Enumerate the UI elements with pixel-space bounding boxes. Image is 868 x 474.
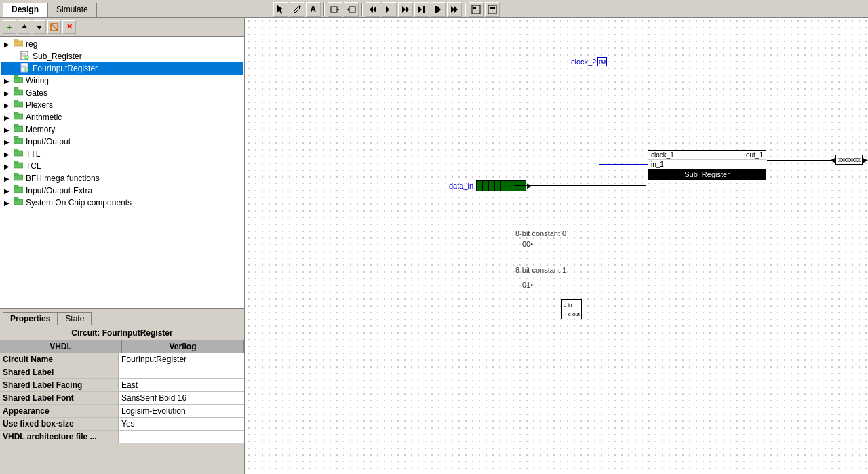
svg-rect-36 [25,68,28,71]
layout-btn1[interactable] [469,2,484,17]
step-forward-btn[interactable] [382,2,397,17]
add-component-btn[interactable]: + [3,20,16,34]
props-key-label-font: Shared Label Font [0,392,119,404]
folder-icon-io [14,136,24,147]
edit-tool-btn[interactable] [290,2,304,17]
small-component-box[interactable]: c in c out [561,299,582,319]
data-out-group[interactable]: ◀ xxxxxxxx ▶ data_out [830,155,868,165]
props-row-vhdl-arch: VHDL architecture file ... [0,431,244,443]
tree-item-memory[interactable]: ▶ Memory [1,123,243,136]
clock2-element[interactable]: clock_2 [571,57,607,66]
sub-reg-title: Sub_Register [648,169,766,180]
tree-item-gates[interactable]: ▶ Gates [1,87,243,99]
step-back-btn[interactable] [366,2,380,17]
tab-design[interactable]: Design [3,3,47,17]
input-tool-btn[interactable] [328,2,342,17]
props-row-circuit-name: Circuit Name FourInputRegister [0,353,244,366]
clock-symbol-icon [599,58,606,65]
nav-btn3[interactable] [414,2,429,17]
tree-label-memory: Memory [26,125,55,134]
move-up-btn[interactable] [18,20,31,34]
svg-rect-1 [331,7,337,12]
tree-arrow-gates: ▶ [4,90,14,97]
sub-register-block[interactable]: clock_1 out_1 in_1 Sub_Register [648,150,766,180]
nav-btn5[interactable] [447,2,462,17]
sub-reg-clock-label: clock_1 [651,151,674,159]
constant1-group: 8-bit constant 1 01• [515,266,566,289]
text-icon: A [310,4,316,14]
svg-rect-38 [14,75,18,78]
props-value-label-facing[interactable]: East [119,379,244,391]
bottom-tabs: Properties State [0,309,244,325]
folder-icon-soc [14,197,24,208]
folder-icon-plexers [14,100,24,111]
tree-item-arithmetic[interactable]: ▶ Arithmetic [1,111,243,123]
move-down-btn[interactable] [33,20,46,34]
pointer-icon [276,5,285,14]
tree-label-gates: Gates [26,88,47,98]
sub-reg-out-label: out_1 [746,151,763,159]
tree-item-wiring[interactable]: ▶ Wiring [1,75,243,87]
step-forward-icon [384,5,394,14]
small-comp-cout: c out [568,311,581,317]
tree-view[interactable]: ▶ reg [0,37,244,308]
tree-item-reg[interactable]: ▶ reg [1,38,243,50]
folder-icon-tcl [14,161,24,172]
tree-item-soc[interactable]: ▶ System On Chip components [1,197,243,209]
props-value-circuit-name[interactable]: FourInputRegister [119,353,244,366]
nav-btn4[interactable] [431,2,446,17]
svg-rect-40 [14,87,18,90]
tree-label-four-reg: FourInputRegister [33,64,98,73]
tree-label-tcl: TCL [26,161,41,171]
tree-item-bfh[interactable]: ▶ BFH mega functions [1,172,243,184]
text-tool-btn[interactable]: A [306,2,321,17]
layout-btn2[interactable] [485,2,500,17]
tree-item-ttl[interactable]: ▶ TTL [1,148,243,160]
tree-label-bfh: BFH mega functions [26,174,100,183]
svg-rect-52 [14,161,18,163]
content-area: + [0,18,868,474]
constant0-group: 8-bit constant 0 00• [515,229,566,248]
edit-component-btn[interactable] [47,20,61,34]
step-btn2[interactable] [398,2,413,17]
tree-label-ttl: TTL [26,149,40,159]
tree-item-sub-register[interactable]: Sub_Register [1,50,243,62]
pointer-tool-btn[interactable] [273,2,288,17]
svg-marker-11 [406,6,409,13]
props-key-label-facing: Shared Label Facing [0,379,119,391]
data-out-arrow-right: ▶ [863,157,868,163]
wire-clock2-vertical [599,66,599,165]
folder-icon-ttl [14,149,24,159]
props-value-vhdl-arch[interactable] [119,431,244,443]
bottom-panel: Properties State Circuit: FourInputRegis… [0,308,244,474]
tree-item-tcl[interactable]: ▶ TCL [1,160,243,172]
reg-cell-0 [477,181,483,191]
reg-cell-4 [501,181,507,191]
props-row-appearance: Appearance Logisim-Evolution [0,405,244,418]
svg-rect-58 [14,197,18,200]
canvas-area[interactable]: clock_2 data_in [245,18,868,474]
tab-state[interactable]: State [58,312,92,325]
props-value-appearance[interactable]: Logisim-Evolution [119,405,244,417]
reg-cell-7 [519,181,526,191]
tree-label-plexers: Plexers [26,100,53,110]
layout-icon1 [471,5,481,14]
add-icon: + [7,23,12,31]
svg-rect-20 [488,5,496,14]
x-pattern-text: xxxxxxxx [838,156,860,163]
svg-marker-22 [22,24,27,28]
tree-item-four-input-reg[interactable]: FourInputRegister [1,62,243,75]
tree-item-io-extra[interactable]: ▶ Input/Output-Extra [1,184,243,197]
props-value-label-font[interactable]: SansSerif Bold 16 [119,392,244,404]
props-value-fixed-box[interactable]: Yes [119,418,244,430]
tab-simulate[interactable]: Simulate [47,3,97,17]
output-tool-btn[interactable] [344,2,359,17]
tree-item-plexers[interactable]: ▶ Plexers [1,99,243,111]
data-in-group[interactable]: data_in ▶ [449,180,532,191]
tree-item-input-output[interactable]: ▶ Input/Output [1,136,243,148]
props-value-shared-label[interactable] [119,366,244,378]
tab-properties[interactable]: Properties [3,312,58,325]
doc-icon-four-reg [20,63,31,74]
delete-btn[interactable]: ✕ [62,20,76,34]
tree-label-io: Input/Output [26,137,71,146]
